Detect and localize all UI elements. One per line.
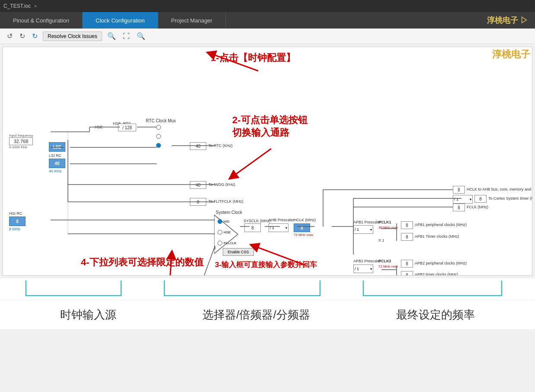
apb1-prescaler-select[interactable]: / 1 [353,225,373,234]
enable-css-button[interactable]: Enable CSS [223,248,254,256]
bracket-area [0,278,535,300]
bottom-labels: 时钟输入源 选择器/倍频器/分频器 最终设定的频率 [0,300,535,329]
annotation-2: 2-可点击单选按钮 切换输入通路 [232,114,308,139]
apb1-timer-label: APB1 Timer clocks (MHz) [415,234,459,239]
to-rtc-label: To RTC (KHz) [208,143,233,148]
bottom-label-3: 最终设定的频率 [396,307,475,322]
rtc-mux-radios [156,124,161,148]
apb2-prescaler-label: APB2 Prescaler [353,259,381,263]
to-iwdg-label: To IWDG (KHz) [208,182,235,187]
cortex-label: To Cortex System timer (MHz) [488,196,532,201]
ahb-prescaler-label: AHB Prescaler [269,218,294,222]
hsi-rc-label: HSI RC [9,211,22,216]
pclk1-label: PCLK1 [378,220,391,224]
redo-button[interactable]: ↻ [18,31,27,41]
hclk-max-label: 72 MHz max [294,233,313,237]
apb2-max-label: 72 MHz max [378,265,398,268]
annotation-3: 3-输入框可直接输入参数并回车 [215,260,317,270]
apb1-prescaler-label: APB1 Prescaler [353,220,381,224]
undo-button[interactable]: ↺ [5,31,14,41]
fclk-val[interactable]: 8 [453,204,465,211]
filename: C_TEST.ioc [3,3,31,9]
apb2-timer-label: APB2 timer clocks (MHz) [415,272,458,276]
sysclk-val-box[interactable]: 8 [244,223,261,232]
flit-val-box[interactable]: 8 [190,198,206,206]
zoom-out-button[interactable]: 🔍 [135,31,147,41]
tab-bar: Pinout & Configuration Clock Configurati… [0,12,535,29]
title-bar: C_TEST.ioc × [0,0,535,12]
apb1-timer-val[interactable]: 8 [401,233,413,241]
close-tab-icon[interactable]: × [34,4,37,9]
sysclk-label: SYSCLK (MHz) [243,219,271,223]
annotation-1: 1-点击【时钟配置】 [211,51,295,64]
ahb-prescaler-select[interactable]: / 1 [269,223,288,232]
annotation-4: 4-下拉列表可选择限定的数值 [81,256,204,269]
apb1-x1-label: X 1 [378,238,384,242]
hse-sysclk-radio[interactable]: HSE [218,230,237,235]
hsi-mhz-label: 8 MHz [9,227,20,231]
rtc-hse-radio[interactable] [156,125,161,130]
lse-freq-value[interactable]: 32.768 [9,137,33,145]
cortex-val[interactable]: 8 [474,195,487,203]
pllclk-sysclk-radio[interactable]: PLLCLK [218,241,237,245]
fclk-label: FCLK (MHz) [467,205,488,209]
rtc-clock-mux-label: RTC Clock Mux [146,118,176,123]
div128-block[interactable]: / 128 [118,124,136,131]
apb2-prescaler-select[interactable]: / 1 [353,265,373,273]
iwdg-val-box[interactable]: 40 [190,181,206,189]
lsi-khz-label: 40 KHz [49,169,62,173]
tab-project-manager[interactable]: Project Manager [158,12,226,29]
zoom-fit-button[interactable]: ⛶ [121,32,131,41]
hsi-sysclk-radio[interactable]: HSI [218,219,237,224]
lse-freq-label: Input frequency 32.768 0-1000 KHz [9,134,33,149]
bottom-label-1: 时钟输入源 [60,307,116,322]
system-clock-label: System Clock [216,210,242,215]
cortex-div-select[interactable]: / 1 [453,195,473,204]
apb1-max-label: 36 MHz max [378,226,398,229]
zoom-in-button[interactable]: 🔍 [106,31,118,41]
rtc-val-box[interactable]: 40 [190,142,206,150]
bottom-label-2: 选择器/倍频器/分频器 [202,307,310,322]
watermark: 淳桃电子 [492,48,530,61]
diagram-lines [3,47,532,275]
sysclk-radios: HSI HSE PLLCLK [218,219,237,245]
tab-pinout[interactable]: Pinout & Configuration [0,12,83,29]
hclk-label: HCLK (MHz) [294,218,316,222]
apb1-peri-label: APB1 peripheral clocks (MHz) [415,223,467,227]
rtc-lsi-radio[interactable] [156,143,161,148]
ahb-bus-val[interactable]: 8 [453,186,465,194]
ahb-bus-label: HCLK to AHB bus, core, memory and DMA (M… [467,187,532,191]
hse-top-label: HSE [95,125,103,129]
refresh-button[interactable]: ↻ [30,31,39,41]
lse-block[interactable]: LSE [49,142,65,152]
to-flit-label: To FLITFCLK (MHz) [208,199,243,204]
rtc-lse-radio[interactable] [156,134,161,139]
resolve-clock-button[interactable]: Resolve Clock Issues [43,32,102,41]
svg-line-1 [232,149,271,177]
brand-logo: 淳桃电子 ▷ [480,12,535,29]
lsi-rc-block[interactable]: 40 [49,159,65,168]
apb2-peri-val[interactable]: 8 [401,260,413,268]
hsi-rc-block[interactable]: 8 [9,217,26,226]
apb2-peri-label: APB2 peripheral clocks (MHz) [415,261,467,265]
toolbar: ↺ ↻ ↻ Resolve Clock Issues 🔍 ⛶ 🔍 [0,29,535,44]
apb1-peri-val[interactable]: 8 [401,221,413,229]
hclk-val-box[interactable]: 8 [294,223,310,232]
clock-diagram: 淳桃电子 [3,47,532,276]
tab-clock[interactable]: Clock Configuration [83,12,158,29]
pclk2-label: PCLK2 [378,259,391,263]
apb2-timer-val[interactable]: 8 [401,271,413,276]
lsi-rc-label: LSI RC [49,153,61,158]
